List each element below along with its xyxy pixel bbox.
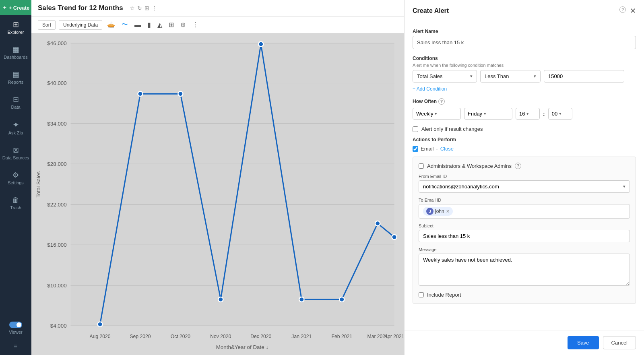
condition-field-select[interactable]: Total Sales ▾ [413,70,477,83]
sidebar-item-data[interactable]: ⊟ Data [0,90,31,115]
chevron-down-icon: ▾ [559,111,561,116]
sidebar-item-label: Reports [8,80,24,85]
minute-select[interactable]: 00 ▾ [548,108,572,120]
conditions-group: Conditions Alert me when the following c… [413,56,636,92]
condition-field-value: Total Sales [417,73,443,79]
svg-point-22 [218,297,223,302]
sidebar-item-label: Explorer [8,30,24,35]
sidebar-item-ask-zia[interactable]: ✦ Ask Zia [0,115,31,141]
svg-point-21 [178,91,183,96]
alert-if-changes-row: Alert only if result changes [413,126,636,132]
chart-title: Sales Trend for 12 Months [38,4,123,12]
sidebar-item-label: Data Sources [2,155,29,160]
sidebar-item-explorer[interactable]: ⊞ Explorer [0,15,31,40]
alert-name-input[interactable] [413,36,636,49]
svg-text:Dec 2020: Dec 2020 [250,334,271,339]
alert-if-changes-checkbox[interactable] [413,126,418,132]
email-action-checkbox[interactable] [413,146,418,152]
star-icon[interactable]: ☆ [130,5,135,11]
table-icon[interactable]: ⊞ [144,5,149,11]
toggle-switch[interactable] [9,322,22,328]
conditions-label: Conditions [413,56,636,61]
line-chart-icon[interactable]: 〜 [120,19,130,31]
svg-text:$22,000: $22,000 [47,202,66,208]
from-email-value: notifications@zohoanalytics.com [423,184,499,190]
svg-text:$34,000: $34,000 [47,121,66,127]
alert-panel-header: Create Alert ? ✕ [405,0,644,22]
svg-point-25 [339,297,344,302]
svg-point-27 [392,235,397,239]
menu-icon: ☰ [14,344,18,349]
svg-rect-1 [70,43,394,326]
bar-chart-icon[interactable]: ▬ [133,20,142,30]
refresh-icon[interactable]: ↻ [137,5,142,11]
condition-operator-select[interactable]: Less Than ▾ [480,70,541,83]
to-email-field[interactable]: J john ✕ [419,204,630,219]
admin-checkbox[interactable] [419,163,424,169]
svg-text:Jan 2021: Jan 2021 [291,334,312,339]
underlying-data-button[interactable]: Underlying Data [59,20,102,30]
email-tag-avatar: J [426,208,433,215]
alert-body: Alert Name Conditions Alert me when the … [405,22,644,330]
svg-point-19 [97,322,102,327]
how-often-label: How Often [413,99,437,104]
frequency-select[interactable]: Weekly ▾ [413,108,461,120]
sidebar-item-dashboards[interactable]: ▦ Dashboards [0,40,31,65]
svg-text:$40,000: $40,000 [47,80,66,86]
subject-input[interactable] [419,230,630,242]
alert-if-changes-label: Alert only if result changes [421,126,483,132]
svg-point-24 [299,297,304,302]
pivot-icon[interactable]: ⊞ [167,19,175,30]
sidebar-item-settings[interactable]: ⚙ Settings [0,166,31,191]
close-panel-icon[interactable]: ✕ [630,6,636,15]
minute-value: 00 [552,111,557,117]
header-icons: ☆ ↻ ⊞ ⋮ [130,5,157,11]
help-icon[interactable]: ? [619,6,626,13]
map-icon[interactable]: ⊕ [179,19,187,30]
close-email-link[interactable]: Close [440,146,454,152]
from-email-select[interactable]: notifications@zohoanalytics.com ▾ [419,180,630,193]
email-tag-remove[interactable]: ✕ [446,209,450,214]
add-condition-link[interactable]: + Add Condition [413,86,447,92]
message-textarea[interactable]: Weekly sales have not been achieved. [419,254,630,286]
include-report-checkbox[interactable] [419,292,424,297]
admin-help-icon[interactable]: ? [515,163,521,169]
chart-container: $4,000 $10,000 $16,000 $22,000 $28,000 $… [31,33,404,355]
pie-chart-icon[interactable]: 🥧 [105,19,117,30]
sidebar-item-menu[interactable]: ☰ [0,338,31,355]
sidebar-item-reports[interactable]: ▤ Reports [0,65,31,90]
how-often-help-icon[interactable]: ? [438,98,445,105]
column-chart-icon[interactable]: ▮ [146,19,153,30]
area-chart-icon[interactable]: ◭ [156,19,164,30]
hour-select[interactable]: 16 ▾ [516,108,540,120]
sidebar-item-label: Settings [8,180,24,185]
sidebar-bottom: Viewer ☰ [0,318,31,355]
day-select[interactable]: Friday ▾ [464,108,512,120]
svg-text:$46,000: $46,000 [47,40,66,46]
condition-value-input[interactable] [544,70,624,83]
more-options-icon[interactable]: ⋮ [190,19,200,30]
sort-button[interactable]: Sort [38,20,56,30]
chevron-down-icon: ▾ [526,111,529,116]
to-email-label: To Email ID [419,198,630,202]
sidebar-item-trash[interactable]: 🗑 Trash [0,191,31,216]
svg-text:$28,000: $28,000 [47,161,66,167]
data-sources-icon: ⊠ [13,147,19,154]
save-button[interactable]: Save [568,336,599,349]
svg-point-23 [258,42,263,47]
chart-svg: $4,000 $10,000 $16,000 $22,000 $28,000 $… [31,33,404,355]
create-button[interactable]: ＋ + Create [0,0,31,15]
cancel-button[interactable]: Cancel [603,336,636,349]
viewer-toggle[interactable]: Viewer [9,318,22,338]
sidebar-item-label: Dashboards [4,55,27,60]
toggle-knob [17,322,21,327]
more-icon[interactable]: ⋮ [152,5,157,11]
frequency-value: Weekly [416,111,433,117]
trash-icon: 🗑 [12,196,19,204]
email-tag-name: john [435,208,444,214]
sidebar-item-data-sources[interactable]: ⊠ Data Sources [0,141,31,166]
alert-panel: Create Alert ? ✕ Alert Name Conditions A… [404,0,644,355]
chevron-down-icon: ▾ [470,74,473,79]
sidebar: ＋ + Create ⊞ Explorer ▦ Dashboards ▤ Rep… [0,0,31,355]
svg-text:Feb 2021: Feb 2021 [332,334,353,339]
